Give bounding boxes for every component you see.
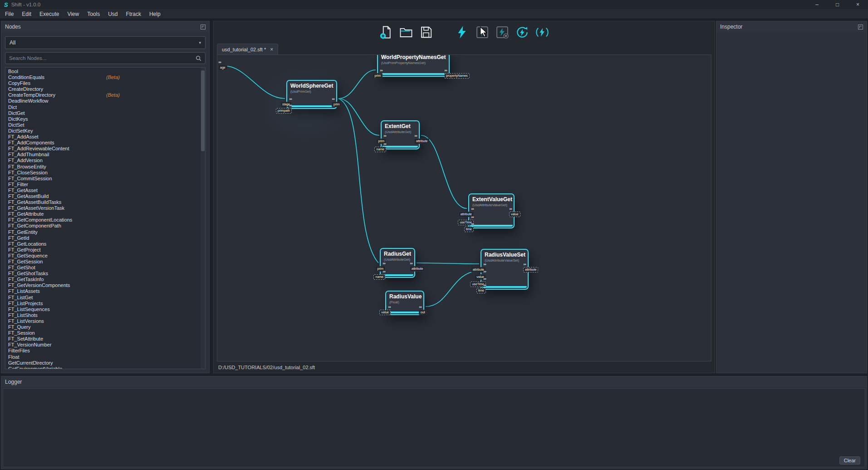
scrollbar-thumb[interactable] (201, 70, 205, 151)
list-item[interactable]: FT_GetShotTasks (5, 271, 205, 277)
save-graph-icon[interactable] (419, 25, 433, 39)
list-item[interactable]: Dict (5, 104, 205, 110)
execute-icon[interactable] (456, 25, 469, 39)
graph-node-RadiusGet[interactable]: RadiusGet(UsdAttributeGet)›››prim›››name… (380, 248, 415, 278)
menu-item-usd[interactable]: Usd (104, 11, 122, 17)
output-port-attribute[interactable]: ›››attribute (410, 262, 425, 272)
list-item[interactable]: FT_GetShot (5, 265, 205, 271)
list-item[interactable]: FilterFiles (5, 348, 205, 354)
list-item[interactable]: FT_SetAttribute (5, 336, 205, 342)
input-port-time[interactable]: ›››time (476, 283, 486, 293)
list-item[interactable]: Bool (5, 69, 205, 74)
connection-wire[interactable] (226, 66, 285, 99)
list-item[interactable]: FT_GetComponentLocations (5, 217, 205, 223)
output-port-propertyNames[interactable]: ›››propertyNames (444, 69, 470, 79)
clear-button[interactable]: Clear (839, 456, 860, 465)
graph-node-ExtentValueGet[interactable]: ExtentValueGet(UsdAttributeValueGet)›››a… (468, 193, 515, 228)
list-item[interactable]: CopyFiles (5, 80, 205, 86)
tab-close-icon[interactable]: × (270, 47, 273, 52)
list-item[interactable]: FT_Query (5, 324, 205, 330)
node-list-scrollbar[interactable] (201, 68, 205, 369)
connection-wire[interactable] (338, 99, 378, 263)
menu-item-view[interactable]: View (63, 11, 83, 17)
menu-item-help[interactable]: Help (145, 11, 165, 17)
list-item[interactable]: FT_ListProjects (5, 301, 205, 307)
open-graph-icon[interactable] (399, 25, 413, 39)
execute-live-icon[interactable] (535, 25, 549, 39)
new-graph-icon[interactable] (379, 25, 393, 39)
input-port-name[interactable]: ›››name (374, 142, 386, 152)
menu-item-file[interactable]: File (1, 11, 18, 17)
graph-node-WorldPropertyNamesGet[interactable]: WorldPropertyNamesGet(UsdPrimPropertyNam… (377, 54, 450, 77)
output-port-age[interactable]: ›››age (218, 60, 227, 70)
list-item[interactable]: FT_Filter (5, 182, 205, 188)
list-item[interactable]: FT_GetAsset (5, 188, 205, 193)
list-item[interactable]: FT_GetSession (5, 259, 205, 265)
menu-item-execute[interactable]: Execute (35, 11, 63, 17)
list-item[interactable]: FT_AddThumbnail (5, 152, 205, 158)
list-item[interactable]: FT_GetSequence (5, 253, 205, 259)
list-item[interactable]: Float (5, 354, 205, 360)
list-item[interactable]: CreateDirectory (5, 86, 205, 92)
list-item[interactable]: ConditionEquals(Beta) (5, 74, 205, 80)
close-button[interactable]: × (848, 0, 868, 9)
list-item[interactable]: DictSetKey (5, 128, 205, 134)
input-port-primpath[interactable]: ›››primpath (276, 104, 292, 114)
node-filter-dropdown[interactable]: All ▾ (5, 36, 206, 49)
list-item[interactable]: FT_BrowseEntity (5, 164, 205, 170)
list-item[interactable]: FT_AddReviewableContent (5, 146, 205, 152)
list-item[interactable]: DictGet (5, 110, 205, 116)
input-port-prim[interactable]: ›››prim (373, 69, 383, 79)
list-item[interactable]: FT_GetAttribute (5, 211, 205, 217)
maximize-button[interactable]: □ (827, 0, 848, 9)
graph-node-RadiusValue[interactable]: RadiusValue(Float)›››value›››out (385, 291, 424, 315)
list-item[interactable]: GetEnvironmentVariable (5, 366, 205, 369)
minimize-button[interactable]: – (807, 0, 827, 9)
list-item[interactable]: FT_GetId (5, 235, 205, 241)
input-port-name[interactable]: ›››name (373, 270, 385, 280)
output-port-value[interactable]: ›››value (509, 207, 520, 217)
search-input[interactable] (9, 55, 196, 61)
list-item[interactable]: DictSet (5, 122, 205, 128)
output-port-attribute[interactable]: ›››attribute (414, 134, 429, 144)
undock-panel-icon[interactable] (858, 25, 863, 30)
undock-panel-icon[interactable] (201, 25, 206, 30)
menu-item-tools[interactable]: Tools (83, 11, 104, 17)
list-item[interactable]: FT_GetComponentPath (5, 223, 205, 229)
list-item[interactable]: FT_ListShots (5, 312, 205, 318)
execute-refresh-icon[interactable] (515, 25, 529, 39)
list-item[interactable]: FT_Session (5, 330, 205, 336)
list-item[interactable]: FT_CommitSession (5, 176, 205, 182)
list-item[interactable]: CreateTempDirectory(Beta) (5, 92, 205, 98)
list-item[interactable]: FT_AddComponents (5, 140, 205, 146)
list-item[interactable]: FT_AddVersion (5, 158, 205, 163)
list-item[interactable]: FT_ListSequences (5, 307, 205, 312)
input-port-value[interactable]: ›››value (379, 305, 391, 315)
list-item[interactable]: DictKeys (5, 116, 205, 122)
list-item[interactable]: FT_CloseSession (5, 170, 205, 176)
connection-wire[interactable] (417, 263, 479, 264)
list-item[interactable]: FT_AddAsset (5, 134, 205, 140)
connection-wire[interactable] (338, 70, 376, 99)
menu-item-ftrack[interactable]: Ftrack (122, 11, 145, 17)
list-item[interactable]: GetCurrentDirectory (5, 360, 205, 366)
execute-cancel-icon[interactable] (495, 25, 509, 39)
output-port-prim[interactable]: ›››prim (332, 97, 342, 107)
menu-item-edit[interactable]: Edit (18, 11, 35, 17)
list-item[interactable]: FT_GetAssetBuildTasks (5, 199, 205, 205)
list-item[interactable]: DeadlineWorkflow (5, 98, 205, 104)
execute-selected-icon[interactable] (476, 25, 489, 39)
graph-canvas[interactable]: WorldPropertyNamesGet(UsdPrimPropertyNam… (217, 54, 711, 361)
list-item[interactable]: FT_GetTaskInfo (5, 277, 205, 282)
list-item[interactable]: FT_GetProject (5, 247, 205, 253)
graph-node-ExtentGet[interactable]: ExtentGet(UsdAttributeGet)›››prim›››name… (381, 120, 420, 149)
list-item[interactable]: FT_ListVersions (5, 318, 205, 324)
list-item[interactable]: FT_GetEntity (5, 229, 205, 235)
graph-node-WorldSphereGet[interactable]: WorldSphereGet(UsdPrimGet)›››stage›››pri… (286, 80, 337, 109)
list-item[interactable]: FT_ListGet (5, 295, 205, 301)
output-port-attribute[interactable]: ›››attribute (523, 262, 538, 272)
tab-usd-tutorial-02[interactable]: usd_tutorial_02.sft * × (217, 44, 278, 54)
list-item[interactable]: FT_GetAssetBuild (5, 193, 205, 199)
output-port-out[interactable]: ›››out (419, 305, 427, 315)
list-item[interactable]: FT_GetLocations (5, 241, 205, 247)
